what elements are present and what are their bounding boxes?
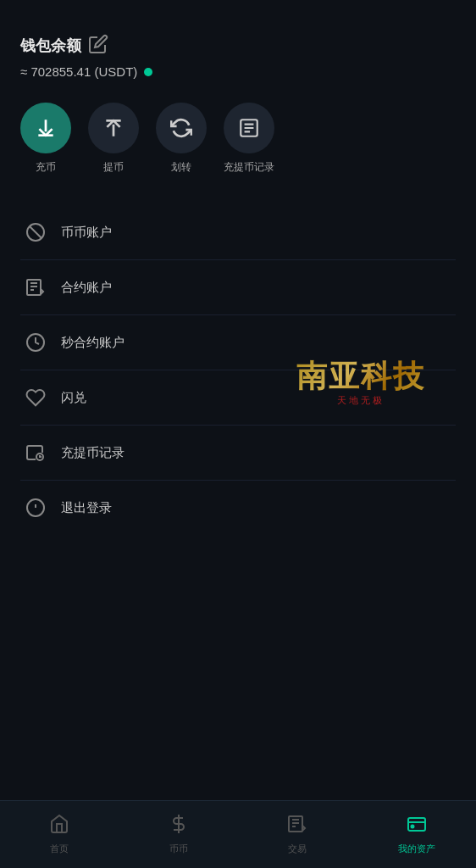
balance-amount: ≈ 702855.41 (USDT) bbox=[20, 64, 137, 79]
coin-account-icon bbox=[24, 220, 47, 244]
svg-rect-11 bbox=[408, 818, 425, 831]
trade-icon bbox=[287, 814, 307, 839]
flash-contract-icon bbox=[24, 331, 47, 354]
online-indicator bbox=[144, 68, 152, 76]
home-icon bbox=[49, 814, 69, 839]
coin-account-label: 币币账户 bbox=[61, 225, 112, 241]
bottom-nav: 首页 币币 交易 我的资产 bbox=[0, 800, 476, 868]
nav-home-label: 首页 bbox=[50, 843, 69, 855]
flash-exchange-icon bbox=[24, 386, 47, 409]
deposit-records-button[interactable]: 充提币记录 bbox=[224, 103, 274, 175]
menu-item-records[interactable]: 充提币记录 bbox=[20, 426, 456, 481]
records-label: 充提币记录 bbox=[61, 445, 125, 461]
action-buttons: 充币 提币 划转 bbox=[20, 103, 456, 175]
menu-list: 币币账户 合约账户 秒合约账户 bbox=[20, 205, 456, 535]
nav-trade-label: 交易 bbox=[288, 843, 307, 855]
assets-icon bbox=[407, 814, 427, 839]
transfer-icon-wrap bbox=[156, 103, 207, 153]
withdraw-label: 提币 bbox=[103, 160, 124, 175]
deposit-records-label: 充提币记录 bbox=[224, 160, 274, 175]
edit-icon[interactable] bbox=[88, 34, 108, 58]
menu-item-logout[interactable]: 退出登录 bbox=[20, 481, 456, 535]
deposit-label: 充币 bbox=[36, 160, 56, 175]
menu-item-flash-exchange[interactable]: 闪兑 bbox=[20, 370, 456, 426]
nav-coins-label: 币币 bbox=[169, 843, 188, 855]
menu-item-contract-account[interactable]: 合约账户 bbox=[20, 260, 456, 315]
withdraw-button[interactable]: 提币 bbox=[88, 103, 139, 175]
contract-account-label: 合约账户 bbox=[61, 280, 112, 296]
svg-line-2 bbox=[30, 226, 42, 238]
records-icon bbox=[24, 441, 47, 465]
deposit-icon-wrap bbox=[20, 103, 71, 153]
svg-point-12 bbox=[411, 826, 413, 828]
logout-label: 退出登录 bbox=[61, 500, 112, 516]
flash-exchange-label: 闪兑 bbox=[61, 390, 86, 406]
contract-account-icon bbox=[24, 275, 47, 299]
withdraw-icon-wrap bbox=[88, 103, 139, 153]
wallet-title: 钱包余额 bbox=[20, 36, 81, 56]
wallet-header: 钱包余额 ≈ 702855.41 (USDT) bbox=[20, 34, 456, 79]
menu-item-coin-account[interactable]: 币币账户 bbox=[20, 205, 456, 260]
nav-assets-label: 我的资产 bbox=[398, 843, 435, 855]
logout-icon bbox=[24, 496, 47, 520]
nav-home[interactable]: 首页 bbox=[0, 814, 119, 855]
transfer-label: 划转 bbox=[171, 160, 191, 175]
coins-icon bbox=[169, 814, 189, 839]
nav-assets[interactable]: 我的资产 bbox=[357, 814, 477, 855]
nav-coins[interactable]: 币币 bbox=[119, 814, 239, 855]
deposit-records-icon-wrap bbox=[224, 103, 274, 153]
flash-contract-label: 秒合约账户 bbox=[61, 335, 125, 351]
menu-item-flash-contract[interactable]: 秒合约账户 bbox=[20, 315, 456, 370]
wallet-balance: ≈ 702855.41 (USDT) bbox=[20, 64, 456, 79]
transfer-button[interactable]: 划转 bbox=[156, 103, 207, 175]
deposit-button[interactable]: 充币 bbox=[20, 103, 71, 175]
nav-trade[interactable]: 交易 bbox=[238, 814, 357, 855]
main-content: 钱包余额 ≈ 702855.41 (USDT) 充币 bbox=[0, 0, 476, 800]
